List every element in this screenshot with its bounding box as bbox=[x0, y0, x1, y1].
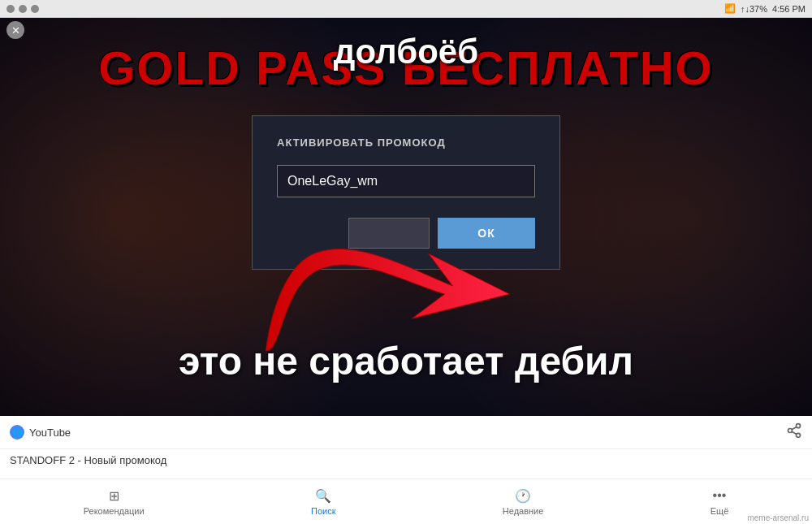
svg-point-0 bbox=[797, 424, 801, 428]
status-icons: 📶 ↑↓37% 4:56 PM bbox=[724, 3, 806, 14]
video-container: GOLD PASS БЕСПЛАТНО долбоёб АКТИВИРОВАТЬ… bbox=[0, 18, 812, 416]
nav-tab-recent-label: Недавние bbox=[503, 506, 544, 516]
dot-icon bbox=[6, 5, 15, 13]
close-button[interactable]: ✕ bbox=[6, 21, 24, 39]
watermark: meme-arsenal.ru bbox=[747, 513, 809, 522]
youtube-globe-icon: 🌐 bbox=[10, 425, 24, 440]
nav-tab-recommendations[interactable]: ⊞ Рекомендации bbox=[84, 487, 145, 516]
nav-tab-recommendations-label: Рекомендации bbox=[84, 506, 145, 516]
search-icon: 🔍 bbox=[315, 487, 331, 504]
nav-tab-more[interactable]: ••• Ещё bbox=[710, 487, 729, 516]
recommendations-icon: ⊞ bbox=[106, 487, 122, 504]
nav-tab-search-label: Поиск bbox=[311, 506, 335, 516]
left-status-icons bbox=[6, 5, 39, 13]
youtube-text: YouTube bbox=[29, 427, 71, 439]
svg-line-3 bbox=[792, 431, 797, 434]
youtube-label: 🌐 YouTube bbox=[10, 425, 71, 440]
signal-text: ↑↓37% bbox=[741, 4, 767, 14]
more-icon: ••• bbox=[711, 487, 728, 504]
nav-tab-search[interactable]: 🔍 Поиск bbox=[311, 487, 335, 516]
status-bar: 📶 ↑↓37% 4:56 PM bbox=[0, 0, 812, 18]
recent-icon: 🕐 bbox=[515, 487, 531, 504]
nav-tabs: ⊞ Рекомендации 🔍 Поиск 🕐 Недавние ••• Ещ… bbox=[0, 479, 812, 524]
wifi-icon: 📶 bbox=[724, 3, 736, 14]
promo-input[interactable] bbox=[277, 165, 535, 197]
youtube-row: 🌐 YouTube bbox=[0, 416, 812, 449]
svg-point-2 bbox=[797, 433, 801, 437]
svg-point-1 bbox=[788, 429, 793, 433]
dolboeb-overlay-text: долбоёб bbox=[0, 32, 812, 71]
bottom-bar: 🌐 YouTube STANDOFF 2 - Новый промокод ⊞ … bbox=[0, 416, 812, 524]
dot-icon2 bbox=[19, 5, 27, 13]
time-display: 4:56 PM bbox=[772, 4, 806, 14]
debil-overlay-text: это не сработает дебил bbox=[0, 339, 812, 383]
dialog-title: АКТИВИРОВАТЬ ПРОМОКОД bbox=[277, 136, 535, 149]
share-button[interactable] bbox=[786, 422, 802, 442]
video-title: STANDOFF 2 - Новый промокод bbox=[0, 449, 812, 471]
svg-line-4 bbox=[792, 427, 797, 429]
dot-icon3 bbox=[31, 5, 39, 13]
nav-tab-recent[interactable]: 🕐 Недавние bbox=[503, 487, 544, 516]
nav-tab-more-label: Ещё bbox=[710, 506, 729, 516]
